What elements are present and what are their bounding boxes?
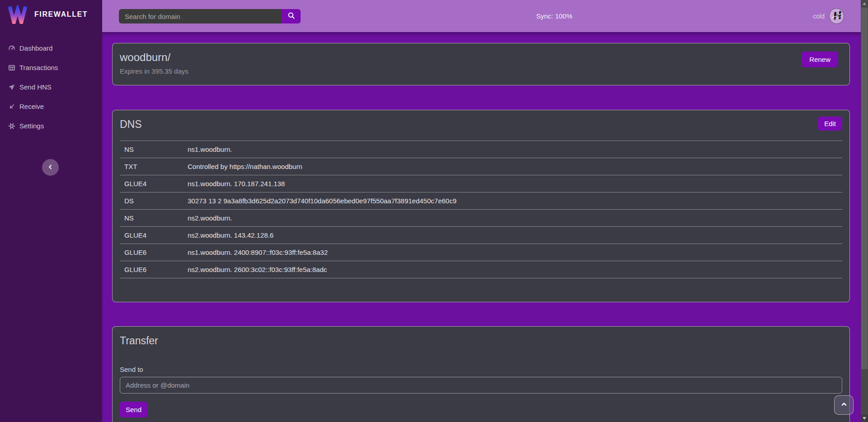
record-type: GLUE4 <box>120 175 183 192</box>
send-transfer-button[interactable]: Send <box>120 402 147 417</box>
main-content: woodburn/ Expires in 395.35 days Renew D… <box>102 32 861 422</box>
scroll-to-top-button[interactable] <box>834 395 854 415</box>
settings-icon <box>8 122 15 130</box>
scrollbar-down-arrow-icon[interactable] <box>861 415 868 422</box>
search-button[interactable] <box>282 9 301 23</box>
sync-status: Sync: 100% <box>536 0 572 32</box>
domain-search <box>119 9 301 23</box>
sidebar-item-label: Receive <box>19 103 44 110</box>
dns-records-table: NS ns1.woodburn. TXT Controlled by https… <box>120 141 842 278</box>
chevron-left-icon <box>47 164 54 172</box>
transfer-address-input[interactable] <box>120 377 842 394</box>
table-row: NS ns1.woodburn. <box>120 141 842 158</box>
table-row: TXT Controlled by https://nathan.woodbur… <box>120 158 842 175</box>
sidebar-item-label: Settings <box>19 122 44 130</box>
sidebar-item-label: Dashboard <box>19 44 52 52</box>
record-type: NS <box>120 210 183 227</box>
dns-card: DNS Edit NS ns1.woodburn. TXT Controlled… <box>112 110 850 302</box>
table-row: NS ns2.woodburn. <box>120 210 842 227</box>
firewallet-logo-icon <box>7 5 28 24</box>
brand-name: FIREWALLET <box>34 10 88 19</box>
sidebar-item-send-hns[interactable]: Send HNS <box>0 77 102 97</box>
record-type: TXT <box>120 158 183 175</box>
send-icon <box>8 84 15 91</box>
record-value: ns1.woodburn. 2400:8907::f03c:93ff:fe5a:… <box>183 244 842 261</box>
brand: FIREWALLET <box>0 0 102 28</box>
domain-card: woodburn/ Expires in 395.35 days Renew <box>112 43 850 85</box>
domain-expiry: Expires in 395.35 days <box>120 67 842 76</box>
scrollbar[interactable] <box>861 0 868 422</box>
dns-card-title: DNS <box>120 117 842 132</box>
handshake-logo-icon: H <box>829 8 844 24</box>
sidebar-item-settings[interactable]: Settings <box>0 116 102 136</box>
record-value: ns2.woodburn. 143.42.128.6 <box>183 227 842 244</box>
sidebar-item-label: Transactions <box>19 64 58 71</box>
record-value: ns2.woodburn. <box>183 210 842 227</box>
record-type: NS <box>120 141 183 158</box>
topbar: Sync: 100% cold H <box>102 0 861 32</box>
table-row: GLUE6 ns2.woodburn. 2600:3c02::f03c:93ff… <box>120 261 842 278</box>
chevron-up-icon <box>840 401 848 409</box>
record-type: DS <box>120 192 183 210</box>
record-type: GLUE4 <box>120 227 183 244</box>
edit-dns-button[interactable]: Edit <box>818 117 842 131</box>
record-value: 30273 13 2 9a3a8fb3d625d2a2073d740f10da6… <box>183 192 842 210</box>
record-value: Controlled by https://nathan.woodburn <box>183 158 842 175</box>
record-value: ns1.woodburn. 170.187.241.138 <box>183 175 842 192</box>
record-type: GLUE6 <box>120 261 183 278</box>
send-to-label: Send to <box>120 366 842 373</box>
wallet-selector[interactable]: cold H <box>813 0 844 32</box>
transfer-card: Transfer Send to Send <box>112 326 850 422</box>
record-value: ns1.woodburn. <box>183 141 842 158</box>
record-type: GLUE6 <box>120 244 183 261</box>
sidebar-item-label: Send HNS <box>19 83 52 91</box>
sidebar-item-dashboard[interactable]: Dashboard <box>0 38 102 58</box>
scrollbar-thumb[interactable] <box>861 8 868 369</box>
transfer-card-title: Transfer <box>120 333 842 348</box>
record-value: ns2.woodburn. 2600:3c02::f03c:93ff:fe5a:… <box>183 261 842 278</box>
domain-title: woodburn/ <box>120 50 842 65</box>
transactions-icon <box>8 64 15 71</box>
scrollbar-up-arrow-icon[interactable] <box>861 0 868 7</box>
sidebar-item-receive[interactable]: Receive <box>0 97 102 116</box>
dashboard-icon <box>8 45 15 52</box>
sidebar-collapse-button[interactable] <box>42 159 59 176</box>
table-row: GLUE4 ns2.woodburn. 143.42.128.6 <box>120 227 842 244</box>
search-icon <box>288 12 295 21</box>
table-row: GLUE6 ns1.woodburn. 2400:8907::f03c:93ff… <box>120 244 842 261</box>
table-row: GLUE4 ns1.woodburn. 170.187.241.138 <box>120 175 842 192</box>
sidebar: FIREWALLET Dashboard Tran <box>0 0 102 422</box>
search-input[interactable] <box>119 9 282 23</box>
receive-icon <box>8 103 15 110</box>
sidebar-nav: Dashboard Transactions Send HNS <box>0 38 102 136</box>
sidebar-item-transactions[interactable]: Transactions <box>0 58 102 77</box>
table-row: DS 30273 13 2 9a3a8fb3d625d2a2073d740f10… <box>120 192 842 210</box>
wallet-name: cold <box>813 13 825 20</box>
renew-button[interactable]: Renew <box>802 52 838 67</box>
